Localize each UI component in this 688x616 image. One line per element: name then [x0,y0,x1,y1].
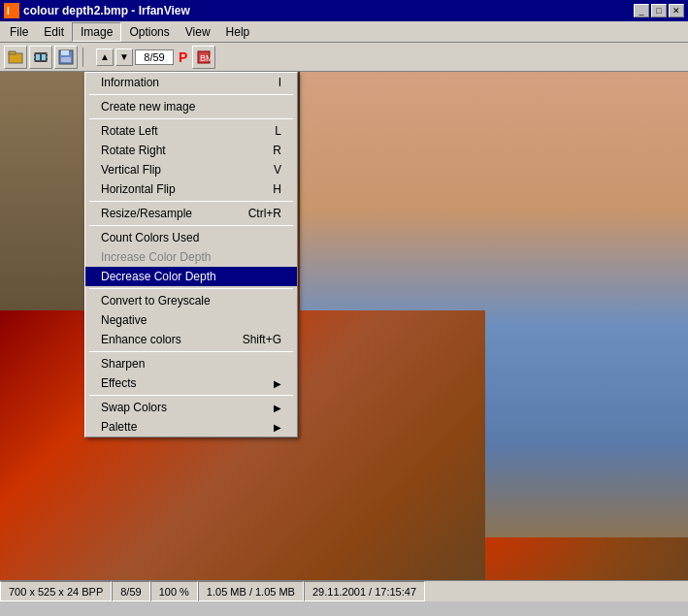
menu-item-palette-arrow: ▶ [274,422,281,433]
toolbar-open[interactable] [4,46,27,69]
menu-sep-7 [89,395,293,396]
menu-item-effects-arrow: ▶ [274,378,281,389]
toolbar-extra[interactable]: BM [192,46,215,69]
menu-item-swap-colors-arrow: ▶ [274,403,281,413]
nav-prev-button[interactable]: ▲ [96,49,114,66]
menu-item-increase-color-label: Increase Color Depth [101,250,211,264]
toolbar: ▲ ▼ 8/59 P BM [0,43,688,72]
menu-item-decrease-color-label: Decrease Color Depth [101,270,216,283]
svg-rect-3 [9,51,16,54]
menu-item-rotate-right[interactable]: Rotate Right R [85,141,297,160]
menu-item-greyscale-label: Convert to Greyscale [101,294,211,308]
svg-rect-8 [34,56,35,58]
svg-rect-7 [34,52,35,54]
menu-item-rotate-left-label: Rotate Left [101,124,158,138]
dropdown-overlay: Information I Create new image Rotate Le… [0,72,688,601]
menu-item-rotate-left[interactable]: Rotate Left L [85,121,297,141]
menu-item-greyscale[interactable]: Convert to Greyscale [85,291,297,310]
menu-sep-4 [89,225,293,226]
menu-item-horizontal-flip[interactable]: Horizontal Flip H [85,179,297,199]
menu-item-rotate-left-shortcut: L [275,124,281,138]
menu-item-palette[interactable]: Palette ▶ [85,417,297,437]
svg-rect-12 [47,60,48,62]
menu-item-swap-colors-label: Swap Colors [101,401,167,414]
svg-text:BM: BM [200,53,212,63]
menu-item-negative-label: Negative [101,313,147,327]
menu-item-decrease-color[interactable]: Decrease Color Depth [85,267,297,286]
menu-item-vertical-flip-label: Vertical Flip [101,163,161,177]
menu-sep-6 [89,351,293,352]
menu-item-vertical-flip-shortcut: V [274,163,281,177]
menu-bar: File Edit Image Options View Help [0,21,688,43]
menu-item-horizontal-flip-shortcut: H [273,182,281,196]
menu-sep-3 [89,201,293,202]
maximize-button[interactable]: □ [651,4,667,17]
svg-rect-15 [61,57,71,62]
svg-text:I: I [7,6,10,16]
menu-item-information-shortcut: I [278,76,281,89]
image-dropdown-menu: Information I Create new image Rotate Le… [84,72,298,438]
menu-item-swap-colors[interactable]: Swap Colors ▶ [85,398,297,417]
menu-item-enhance-shortcut: Shift+G [243,333,281,346]
menu-item-create-new-label: Create new image [101,100,195,113]
menu-item-effects[interactable]: Effects ▶ [85,373,297,393]
nav-p-button[interactable]: P [176,49,190,65]
nav-counter: 8/59 [135,49,174,65]
svg-rect-6 [42,54,46,60]
menu-view[interactable]: View [178,23,218,41]
menu-edit[interactable]: Edit [36,23,72,41]
toolbar-filmstrip[interactable] [29,46,52,69]
title-bar: I colour depth2.bmp - IrfanView _ □ ✕ [0,0,688,21]
main-content: Information I Create new image Rotate Le… [0,72,688,601]
svg-rect-14 [61,50,69,55]
menu-item-palette-label: Palette [101,420,137,434]
svg-rect-11 [47,56,48,58]
menu-item-horizontal-flip-label: Horizontal Flip [101,182,176,196]
menu-item-vertical-flip[interactable]: Vertical Flip V [85,160,297,179]
menu-sep-1 [89,94,293,95]
app-icon: I [4,3,19,18]
nav-next-button[interactable]: ▼ [115,49,133,66]
svg-rect-10 [47,52,48,54]
nav-display: ▲ ▼ 8/59 P BM [96,46,215,69]
menu-item-enhance[interactable]: Enhance colors Shift+G [85,330,297,349]
menu-image[interactable]: Image [72,22,121,42]
close-button[interactable]: ✕ [669,4,684,17]
menu-item-effects-label: Effects [101,376,136,390]
toolbar-save[interactable] [54,46,78,69]
svg-rect-5 [36,54,40,60]
menu-item-create-new[interactable]: Create new image [85,97,297,116]
menu-item-rotate-right-label: Rotate Right [101,144,166,157]
menu-sep-2 [89,118,293,119]
window-title: colour depth2.bmp - IrfanView [23,4,190,17]
menu-item-information[interactable]: Information I [85,73,297,92]
menu-item-sharpen-label: Sharpen [101,357,145,371]
svg-rect-9 [34,60,35,62]
menu-item-resize-label: Resize/Resample [101,207,192,220]
menu-item-increase-color: Increase Color Depth [85,247,297,267]
minimize-button[interactable]: _ [634,4,649,17]
menu-item-enhance-label: Enhance colors [101,333,181,346]
menu-file[interactable]: File [2,23,36,41]
menu-item-resize[interactable]: Resize/Resample Ctrl+R [85,204,297,223]
menu-item-resize-shortcut: Ctrl+R [248,207,281,220]
menu-item-rotate-right-shortcut: R [273,144,281,157]
menu-options[interactable]: Options [121,23,177,41]
window-controls: _ □ ✕ [634,4,684,17]
title-bar-left: I colour depth2.bmp - IrfanView [4,3,190,18]
menu-item-sharpen[interactable]: Sharpen [85,354,297,373]
menu-help[interactable]: Help [218,23,258,41]
menu-item-negative[interactable]: Negative [85,310,297,330]
menu-item-count-colors[interactable]: Count Colors Used [85,228,297,247]
menu-item-count-colors-label: Count Colors Used [101,231,199,244]
toolbar-sep-1 [82,48,83,67]
menu-sep-5 [89,288,293,289]
menu-item-information-label: Information [101,76,159,89]
